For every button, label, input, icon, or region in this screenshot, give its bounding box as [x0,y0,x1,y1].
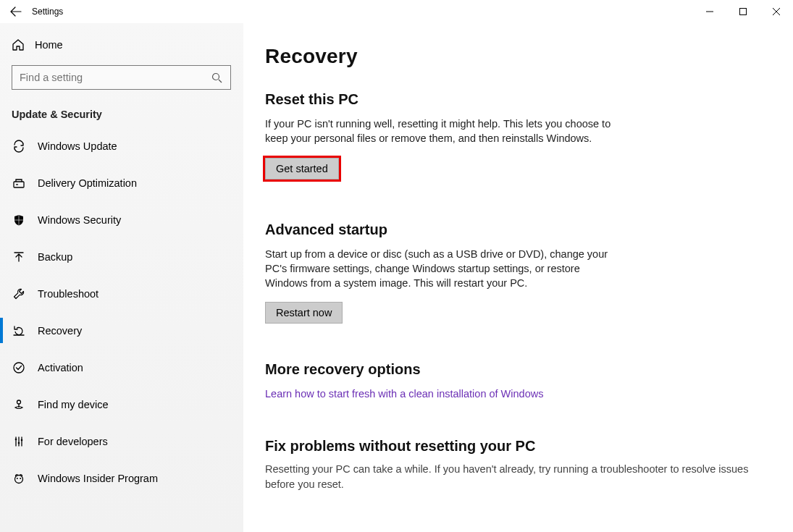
sidebar-item-label: Windows Update [38,140,117,152]
svg-rect-2 [14,182,24,187]
nav-list: Windows UpdateDelivery OptimizationWindo… [0,127,243,497]
recovery-icon [12,324,26,337]
section-more-heading: More recovery options [265,361,776,378]
home-icon [12,38,25,51]
delivery-icon [12,177,26,190]
section-reset-heading: Reset this PC [265,91,776,108]
sidebar-item-windows-security[interactable]: Windows Security [0,201,243,238]
sidebar-item-windows-insider-program[interactable]: Windows Insider Program [0,460,243,497]
sidebar: Home Update & Security Windows UpdateDel… [0,23,243,532]
close-icon [773,8,780,15]
wrench-icon [12,287,26,300]
svg-point-4 [17,400,21,404]
restart-now-button[interactable]: Restart now [265,302,343,324]
minimize-icon [706,8,713,15]
section-fix-body: Resetting your PC can take a while. If y… [265,462,776,491]
sidebar-item-label: Find my device [38,399,109,410]
maximize-button[interactable] [726,0,760,23]
svg-point-8 [15,475,23,483]
sidebar-item-troubleshoot[interactable]: Troubleshoot [0,275,243,312]
search-icon [210,72,223,83]
sidebar-item-find-my-device[interactable]: Find my device [0,386,243,423]
sidebar-item-label: Windows Insider Program [38,473,158,484]
sync-icon [12,140,26,153]
sidebar-item-label: Troubleshoot [38,288,98,300]
sidebar-item-label: Backup [38,251,72,263]
sidebar-item-for-developers[interactable]: For developers [0,423,243,460]
section-advanced-body: Start up from a device or disc (such as … [265,247,613,291]
sidebar-item-label: Delivery Optimization [38,177,137,189]
svg-point-6 [18,442,20,444]
svg-point-10 [20,478,21,479]
svg-rect-0 [740,9,747,15]
sidebar-item-windows-update[interactable]: Windows Update [0,127,243,164]
page-title: Recovery [265,45,776,68]
developers-icon [12,435,26,448]
app-title: Settings [32,7,63,17]
titlebar: Settings [0,0,793,23]
section-reset-body: If your PC isn't running well, resetting… [265,117,613,146]
get-started-button[interactable]: Get started [265,158,339,180]
arrow-left-icon [10,6,22,17]
section-advanced-heading: Advanced startup [265,221,776,238]
sidebar-item-delivery-optimization[interactable]: Delivery Optimization [0,164,243,201]
minimize-button[interactable] [693,0,726,23]
svg-point-1 [212,73,219,80]
sidebar-item-label: For developers [38,436,108,447]
check-circle-icon [12,361,26,374]
search-field[interactable] [20,72,210,83]
back-button[interactable] [0,0,32,23]
sidebar-item-recovery[interactable]: Recovery [0,312,243,349]
main-content: Recovery Reset this PC If your PC isn't … [243,23,793,532]
sidebar-item-label: Recovery [38,325,82,337]
map-pin-icon [12,398,26,411]
shield-icon [12,214,26,227]
sidebar-item-label: Activation [38,362,83,373]
backup-icon [12,250,26,263]
sidebar-item-label: Windows Security [38,214,121,226]
maximize-icon [739,8,747,15]
svg-point-9 [17,478,18,479]
svg-point-7 [21,439,23,441]
sidebar-item-backup[interactable]: Backup [0,238,243,275]
sidebar-section-title: Update & Security [0,90,243,127]
svg-point-5 [15,438,17,440]
sidebar-item-activation[interactable]: Activation [0,349,243,386]
search-input[interactable] [12,65,231,90]
sidebar-home[interactable]: Home [0,29,243,61]
section-fix-heading: Fix problems without resetting your PC [265,438,776,455]
start-fresh-link[interactable]: Learn how to start fresh with a clean in… [265,388,543,400]
insider-icon [12,472,26,485]
svg-point-3 [14,363,24,373]
sidebar-home-label: Home [35,39,63,51]
close-button[interactable] [760,0,793,23]
